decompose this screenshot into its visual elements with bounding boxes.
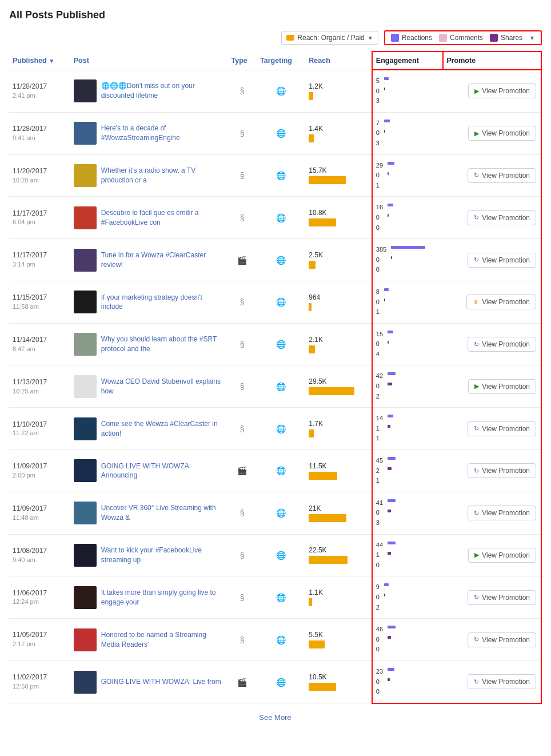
reactions-count: 45: [376, 456, 383, 466]
cell-post: Here's to a decade of #WowzaStreamingEng…: [70, 112, 228, 154]
reactions-count: 29: [376, 161, 383, 171]
post-text[interactable]: Here's to a decade of #WowzaStreamingEng…: [101, 124, 225, 143]
comments-count: 2: [376, 466, 383, 476]
see-more-text[interactable]: See More: [9, 703, 541, 731]
targeting-icon: 🌐: [276, 297, 286, 307]
cell-date: 11/15/2017 11:58 am: [9, 281, 70, 323]
post-text[interactable]: It takes more than simply going live to …: [101, 588, 225, 607]
type-icon: §: [240, 508, 245, 518]
post-text[interactable]: Tune in for a Wowza #ClearCaster review!: [101, 250, 225, 270]
table-row: 11/06/2017 12:24 pm It takes more than s…: [9, 576, 541, 619]
reach-bar-wrap: [309, 598, 368, 606]
reach-bar-wrap: [309, 176, 368, 184]
post-text[interactable]: Uncover VR 360° Live Streaming with Wowz…: [101, 503, 225, 523]
view-promotion-button[interactable]: ↻ View Promotion: [468, 337, 536, 352]
table-row: 11/02/2017 12:58 pm GOING LIVE WITH WOWZ…: [9, 660, 541, 703]
table-row: 11/09/2017 11:48 am Uncover VR 360° Live…: [9, 492, 541, 534]
promo-play-icon: ▶: [474, 383, 479, 390]
post-text[interactable]: GOING LIVE WITH WOWZA: Live from: [101, 677, 221, 687]
post-text[interactable]: Whether it's a radio show, a TV producti…: [101, 166, 225, 185]
targeting-icon: 🌐: [276, 508, 286, 518]
table-row: 11/13/2017 10:25 am Wowza CEO David Stub…: [9, 365, 541, 408]
post-text[interactable]: If your marketing strategy doesn't inclu…: [101, 293, 225, 312]
col-header-promote: Promote: [443, 51, 541, 70]
comments-count: 0: [376, 86, 380, 97]
reactions-bar: [388, 331, 393, 333]
cell-reach: 1.2K: [305, 70, 372, 112]
see-more-row[interactable]: See More: [9, 703, 541, 731]
promo-refresh-icon: ↻: [474, 636, 479, 643]
reach-bar-wrap: [309, 218, 368, 226]
cell-promote: ⏸ View Promotion: [443, 281, 541, 323]
time-value: 2:00 pm: [13, 471, 67, 480]
reach-value: 5.5K: [309, 631, 368, 639]
comments-bar: [388, 167, 388, 170]
col-header-engagement: Engagement: [372, 51, 444, 70]
cell-type: §: [228, 365, 257, 408]
reach-value: 10.8K: [309, 209, 368, 217]
cell-engagement: 23 0 0: [372, 660, 444, 703]
cell-type: §: [228, 154, 257, 197]
view-promotion-button[interactable]: ↻ View Promotion: [468, 506, 536, 520]
view-promotion-button[interactable]: ↻ View Promotion: [468, 463, 536, 478]
post-text[interactable]: GOING LIVE WITH WOWZA: Announcing: [101, 461, 225, 481]
view-promotion-button[interactable]: ⏸ View Promotion: [466, 295, 536, 309]
targeting-icon: 🌐: [276, 213, 286, 222]
date-value: 11/28/2017: [13, 124, 67, 134]
post-thumbnail: [74, 249, 97, 272]
engagement-bars: [388, 329, 393, 344]
view-promotion-button[interactable]: ↻ View Promotion: [468, 253, 536, 268]
cell-engagement: 385 0 0: [372, 239, 444, 281]
date-value: 11/13/2017: [13, 377, 67, 387]
view-promotion-button[interactable]: ▶ View Promotion: [468, 126, 536, 141]
reach-selector[interactable]: Reach: Organic / Paid ▼: [281, 31, 378, 45]
promo-refresh-icon: ↻: [474, 172, 479, 179]
date-value: 11/20/2017: [13, 166, 67, 176]
cell-type: §: [228, 112, 257, 154]
shares-count: 2: [376, 392, 383, 402]
cell-post: GOING LIVE WITH WOWZA: Live from: [70, 660, 228, 703]
post-text[interactable]: Descubre lo fácil que es emitir a #Faceb…: [101, 208, 225, 228]
view-promotion-button[interactable]: ↻ View Promotion: [468, 590, 536, 605]
view-promotion-button[interactable]: ↻ View Promotion: [468, 210, 536, 225]
col-header-published[interactable]: Published ▼: [9, 51, 70, 70]
date-value: 11/14/2017: [13, 335, 67, 345]
view-promotion-button[interactable]: ↻ View Promotion: [468, 674, 536, 689]
type-icon: 🎬: [237, 256, 247, 265]
reach-value: 22.5K: [309, 546, 368, 554]
view-promotion-button[interactable]: ▶ View Promotion: [468, 548, 536, 563]
legend-shares: Shares: [490, 34, 522, 42]
post-text[interactable]: Want to kick your #FacebookLive streamin…: [101, 546, 225, 565]
view-promotion-button[interactable]: ↻ View Promotion: [468, 632, 536, 647]
reach-bar-wrap: [309, 387, 368, 395]
legend-dropdown-arrow[interactable]: ▼: [529, 35, 535, 41]
view-promotion-button[interactable]: ↻ View Promotion: [468, 421, 536, 436]
shares-bar: [388, 341, 389, 344]
engagement-bars: [388, 371, 396, 385]
cell-targeting: 🌐: [257, 365, 305, 408]
post-text[interactable]: Honored to be named a Streaming Media Re…: [101, 630, 225, 650]
engagement-bars: [388, 456, 396, 470]
cell-reach: 2.5K: [305, 239, 372, 281]
cell-reach: 2.1K: [305, 323, 372, 365]
post-text[interactable]: 🌐🌐🌐Don't miss out on your discounted lif…: [101, 81, 225, 101]
post-text[interactable]: Why you should learn about the #SRT prot…: [101, 335, 225, 354]
comments-count: 0: [376, 170, 383, 181]
reach-bar: [309, 134, 314, 142]
cell-date: 11/13/2017 10:25 am: [9, 365, 70, 408]
cell-post: It takes more than simply going live to …: [70, 576, 228, 619]
view-promotion-button[interactable]: ↻ View Promotion: [468, 168, 536, 183]
post-text[interactable]: Come see the Wowza #ClearCaster in actio…: [101, 419, 225, 439]
reach-bar-wrap: [309, 303, 368, 311]
date-value: 11/17/2017: [13, 250, 67, 260]
view-promotion-button[interactable]: ▶ View Promotion: [468, 83, 536, 98]
post-text[interactable]: Wowza CEO David Stubenvoll explains how: [101, 377, 225, 396]
reactions-bar: [388, 372, 396, 375]
comments-count: 1: [376, 424, 383, 434]
cell-date: 11/10/2017 11:22 am: [9, 408, 70, 450]
table-row: 11/20/2017 10:28 am Whether it's a radio…: [9, 154, 541, 197]
view-promotion-button[interactable]: ▶ View Promotion: [468, 379, 536, 394]
engagement-numbers: 385 0 0: [376, 245, 386, 275]
time-value: 12:24 pm: [13, 598, 67, 606]
shares-count: 0: [376, 644, 383, 655]
